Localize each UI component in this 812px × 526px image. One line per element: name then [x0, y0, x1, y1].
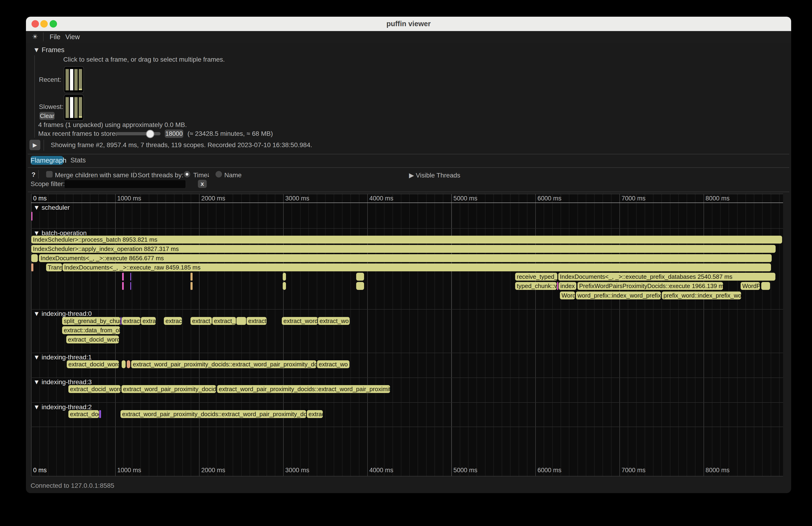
scope-bar[interactable]: [236, 317, 246, 325]
scope-bar[interactable]: IndexScheduler>::process_batch 8953.821 …: [31, 236, 782, 244]
divider: [134, 170, 134, 178]
scope-bar[interactable]: [99, 410, 101, 418]
max-frames-value[interactable]: 18000: [165, 130, 183, 138]
play-button[interactable]: ▶: [29, 140, 40, 150]
scope-bar[interactable]: [130, 273, 131, 281]
scope-bar[interactable]: extrac: [164, 317, 182, 325]
scope-bar[interactable]: extract_: [212, 317, 236, 325]
max-frames-estimate: (≈ 23428.5 minutes, ≈ 68 MB): [187, 130, 273, 137]
sort-name-radio[interactable]: [216, 171, 222, 177]
thread-header-scheduler[interactable]: ▼ scheduler: [33, 204, 72, 211]
scope-bar[interactable]: extra: [141, 317, 156, 325]
scope-bar[interactable]: index: [559, 282, 576, 290]
scope-bar[interactable]: [761, 282, 770, 290]
flamegraph-canvas[interactable]: 0 ms0 ms1000 ms1000 ms2000 ms2000 ms3000…: [31, 194, 783, 477]
scope-bar[interactable]: Word: [560, 292, 575, 299]
scope-bar[interactable]: extract: [122, 317, 141, 325]
scope-bar[interactable]: extract_word_pair_proximity_docids: [121, 385, 216, 393]
ruler-tick-label: 1000 ms: [117, 467, 141, 474]
thread-header-indexing-thread-1[interactable]: ▼ indexing-thread:1: [33, 354, 94, 361]
ruler-tick-label: 5000 ms: [453, 467, 478, 474]
thread-header-indexing-thread-2[interactable]: ▼ indexing-thread:2: [33, 404, 94, 411]
frames-section-header[interactable]: ▼ Frames: [33, 46, 64, 54]
scope-bar[interactable]: WordPr: [741, 282, 760, 290]
section-separator: [31, 402, 783, 403]
scope-bar[interactable]: extract_: [190, 317, 212, 325]
clear-filter-button[interactable]: x: [198, 180, 207, 188]
scope-bar[interactable]: extract: [247, 317, 266, 325]
scope-bar[interactable]: [130, 282, 131, 290]
scope-bar[interactable]: prefix_word::index_prefix_wo: [662, 292, 741, 299]
max-frames-slider-knob[interactable]: [146, 130, 154, 138]
scope-bar[interactable]: Trans: [46, 263, 62, 271]
sort-time-radio[interactable]: [184, 171, 190, 177]
scope-bar[interactable]: [190, 282, 192, 290]
scope-filter-input[interactable]: [64, 180, 186, 188]
tab-stats[interactable]: Stats: [70, 157, 86, 164]
scope-bar[interactable]: [127, 360, 130, 368]
scope-bar[interactable]: receive_typed_: [515, 273, 557, 281]
scope-bar[interactable]: extract_word_pair_proximity_docids::extr…: [131, 360, 316, 368]
merge-children-checkbox[interactable]: [46, 171, 53, 177]
scope-bar[interactable]: [122, 273, 124, 281]
frame-bar-icon: [66, 69, 69, 90]
scope-bar[interactable]: [31, 254, 38, 262]
scope-bar[interactable]: [356, 273, 364, 281]
theme-toggle-icon[interactable]: ☀: [30, 32, 40, 41]
visible-threads-header[interactable]: ▶ Visible Threads: [409, 172, 460, 179]
scope-bar[interactable]: PrefixWordPairsProximityDocids::execute …: [578, 282, 723, 290]
scope-bar[interactable]: [190, 273, 192, 281]
scope-bar[interactable]: extract_word: [282, 317, 318, 325]
scope-bar[interactable]: [283, 282, 286, 290]
scope-bar[interactable]: word_prefix::index_word_prefix_: [576, 292, 661, 299]
scope-bar[interactable]: extract_wo: [317, 360, 349, 368]
app-window: puffin viewer ☀ File View ▼ Frames Click…: [26, 17, 791, 493]
scope-bar[interactable]: [120, 317, 121, 325]
ruler-tick-label: 5000 ms: [453, 195, 478, 202]
recent-frame-thumbnail[interactable]: [64, 66, 84, 93]
scope-bar[interactable]: [356, 282, 364, 290]
frame-bar-icon: [79, 69, 82, 90]
separator: [28, 154, 789, 154]
scope-bar[interactable]: extract_word_pair_proximity_docids::extr…: [120, 410, 306, 418]
scope-bar[interactable]: extract::data_from_ob: [62, 326, 120, 334]
scope-bar[interactable]: extract_docid_word: [66, 336, 119, 344]
frames-hint: Click to select a frame, or drag to sele…: [63, 56, 225, 63]
scope-bar[interactable]: typed_chunk::w: [515, 282, 556, 290]
ruler-tick-label: 3000 ms: [285, 195, 309, 202]
scope-bar[interactable]: IndexDocuments<_, _>::execute_raw 8459.1…: [62, 263, 771, 271]
scope-bar[interactable]: [31, 263, 33, 271]
scope-bar[interactable]: extract_docid_word: [68, 385, 120, 393]
frames-stats-line: 4 frames (1 unpacked) using approximatel…: [38, 121, 187, 129]
ruler-tick-label: 8000 ms: [706, 195, 730, 202]
scope-bar[interactable]: extract_wo: [318, 317, 350, 325]
tab-flamegraph[interactable]: Flamegraph: [31, 156, 63, 165]
frame-bar-icon: [74, 97, 78, 118]
sort-direction-arrow-icon[interactable]: ↓: [207, 171, 210, 178]
scope-bar[interactable]: IndexDocuments<_, _>::execute 8656.677 m…: [39, 254, 772, 262]
scope-bar[interactable]: IndexScheduler>::apply_index_operation 8…: [31, 245, 775, 253]
ruler-tick-label: 7000 ms: [622, 195, 646, 202]
slowest-label: Slowest:: [39, 103, 63, 111]
scope-bar[interactable]: split_grenad_by_chun: [62, 317, 120, 325]
section-separator: [31, 427, 783, 427]
scope-bar[interactable]: extract_word_pair_proximity_docids::extr…: [217, 385, 390, 393]
slowest-frame-thumbnail[interactable]: [64, 94, 84, 121]
clear-slowest-button[interactable]: Clear: [39, 112, 55, 120]
scope-bar[interactable]: [122, 360, 126, 368]
menu-view[interactable]: View: [66, 31, 80, 43]
scope-bar[interactable]: [283, 273, 286, 281]
scope-bar[interactable]: [122, 282, 124, 290]
scope-bar[interactable]: extract_doc: [68, 410, 99, 418]
ruler-tick-label: 4000 ms: [369, 467, 393, 474]
divider: [44, 140, 44, 151]
help-button[interactable]: ?: [31, 171, 35, 178]
thread-header-indexing-thread-3[interactable]: ▼ indexing-thread:3: [33, 378, 94, 386]
menu-file[interactable]: File: [49, 31, 60, 43]
scope-bar[interactable]: extract_docid_word: [67, 360, 119, 368]
scope-bar[interactable]: extrac: [307, 410, 323, 418]
scope-bar[interactable]: IndexDocuments<_, _>::execute_prefix_dat…: [558, 273, 775, 281]
scope-bar[interactable]: [557, 282, 558, 290]
thread-header-indexing-thread-0[interactable]: ▼ indexing-thread:0: [33, 310, 94, 318]
scope-bar[interactable]: [31, 212, 32, 221]
